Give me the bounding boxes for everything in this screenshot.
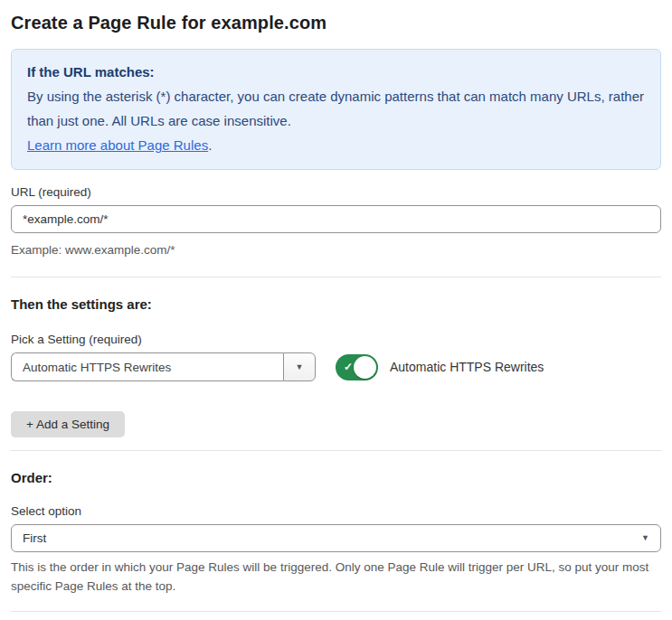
page-title: Create a Page Rule for example.com (11, 13, 661, 33)
check-icon: ✓ (344, 361, 353, 374)
order-select[interactable]: First ▼ (11, 524, 661, 552)
order-select-value: First (23, 531, 641, 545)
setting-select-value[interactable]: Automatic HTTPS Rewrites (11, 352, 283, 381)
setting-select-arrow-button[interactable]: ▼ (283, 352, 316, 381)
order-section-heading: Order: (11, 470, 661, 485)
chevron-down-icon: ▼ (296, 363, 304, 371)
info-box-heading: If the URL matches: (27, 60, 645, 84)
setting-select[interactable]: Automatic HTTPS Rewrites ▼ (11, 352, 316, 381)
divider (11, 611, 661, 612)
link-suffix: . (208, 137, 212, 153)
add-setting-button[interactable]: + Add a Setting (11, 411, 125, 437)
info-box-link-line: Learn more about Page Rules. (27, 133, 645, 157)
pick-setting-label: Pick a Setting (required) (11, 333, 661, 346)
info-box-body: By using the asterisk (*) character, you… (27, 84, 645, 133)
https-rewrites-toggle[interactable]: ✓ (336, 354, 378, 380)
toggle-label: Automatic HTTPS Rewrites (390, 360, 544, 374)
url-input[interactable] (11, 205, 661, 233)
create-page-rule-form: Create a Page Rule for example.com If th… (0, 0, 672, 620)
url-example-helper: Example: www.example.com/* (11, 240, 661, 259)
url-matches-info-box: If the URL matches: By using the asteris… (11, 49, 661, 170)
toggle-knob (354, 356, 376, 379)
divider (11, 450, 661, 451)
order-helper-text: This is the order in which your Page Rul… (11, 558, 661, 596)
setting-picker-row: Automatic HTTPS Rewrites ▼ ✓ Automatic H… (11, 352, 661, 381)
url-field-label: URL (required) (11, 185, 661, 199)
settings-section-heading: Then the settings are: (11, 296, 661, 312)
chevron-down-icon: ▼ (641, 534, 649, 542)
select-option-label: Select option (11, 504, 661, 518)
divider (11, 277, 661, 277)
learn-more-link[interactable]: Learn more about Page Rules (27, 137, 208, 153)
